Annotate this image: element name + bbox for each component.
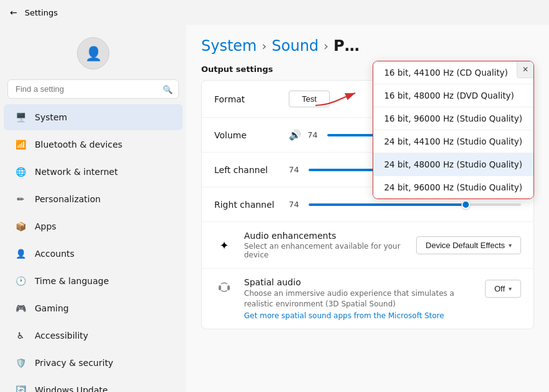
left-channel-label: Left channel: [214, 165, 289, 175]
test-button[interactable]: Test: [289, 91, 330, 107]
breadcrumb-sound: Sound: [272, 37, 319, 55]
sidebar-label-privacy: Privacy & security: [35, 358, 113, 368]
sidebar-label-gaming: Gaming: [35, 303, 69, 313]
popup-close-button[interactable]: ✕: [517, 61, 534, 78]
format-option-1[interactable]: 16 bit, 44100 Hz (CD Quality): [373, 61, 534, 84]
svg-rect-1: [227, 285, 230, 290]
format-option-2[interactable]: 16 bit, 48000 Hz (DVD Quality): [373, 84, 534, 107]
format-option-6[interactable]: 24 bit, 96000 Hz (Studio Quality): [373, 176, 534, 198]
enhancements-title: Audio enhancements: [244, 231, 416, 241]
right-thumb[interactable]: [461, 200, 470, 209]
sidebar-item-update[interactable]: 🔄 Windows Update: [4, 377, 183, 392]
system-icon: 🖥️: [14, 110, 27, 124]
sidebar-item-network[interactable]: 🌐 Network & internet: [4, 159, 183, 185]
format-dropdown-popup: ✕ 16 bit, 44100 Hz (CD Quality) 16 bit, …: [373, 61, 535, 199]
audio-enhancements-row: ✦ Audio enhancements Select an enhanceme…: [202, 222, 533, 269]
enhancements-selected: Device Default Effects: [425, 241, 505, 250]
right-channel-label: Right channel: [214, 200, 289, 210]
right-channel-slider[interactable]: [309, 203, 521, 206]
svg-rect-0: [219, 285, 221, 290]
enhancements-icon: ✦: [214, 235, 234, 255]
right-channel-controls: 74: [289, 200, 521, 209]
right-fill: [309, 203, 466, 206]
search-icon: 🔍: [163, 84, 173, 94]
bluetooth-icon: 📶: [14, 138, 27, 151]
enhancements-text: Audio enhancements Select an enhancement…: [244, 231, 416, 259]
app-body: 👤 🔍 🖥️ System 📶 Bluetooth & devices 🌐 Ne…: [0, 25, 549, 392]
sidebar-label-accounts: Accounts: [35, 249, 75, 259]
format-option-5[interactable]: 24 bit, 48000 Hz (Studio Quality): [373, 153, 534, 176]
format-option-3[interactable]: 16 bit, 96000 Hz (Studio Quality): [373, 107, 534, 130]
sidebar-label-apps: Apps: [35, 221, 57, 231]
sidebar-label-time: Time & language: [35, 276, 109, 286]
spatial-dropdown[interactable]: Off ▾: [485, 280, 521, 298]
sidebar-label-bluetooth: Bluetooth & devices: [35, 140, 122, 149]
sidebar-item-accounts[interactable]: 👤 Accounts: [4, 241, 183, 267]
title-bar: ← Settings: [0, 0, 549, 25]
spatial-text: Spatial audio Choose an immersive audio …: [244, 277, 485, 320]
search-input[interactable]: [7, 79, 179, 99]
spatial-desc: Choose an immersive audio experience tha…: [244, 288, 485, 310]
search-box: 🔍: [7, 79, 179, 99]
volume-icon: 🔊: [289, 129, 301, 141]
time-icon: 🕐: [14, 274, 27, 288]
sidebar-item-personalization[interactable]: ✏️ Personalization: [4, 186, 183, 212]
enhancements-desc: Select an enhancement available for your…: [244, 242, 416, 259]
breadcrumb-system: System: [201, 37, 257, 55]
spatial-title: Spatial audio: [244, 277, 485, 287]
left-channel-value: 74: [289, 165, 302, 174]
format-option-4[interactable]: 24 bit, 44100 Hz (Studio Quality): [373, 130, 534, 153]
sidebar-label-accessibility: Accessibility: [35, 331, 88, 341]
sidebar: 👤 🔍 🖥️ System 📶 Bluetooth & devices 🌐 Ne…: [0, 25, 186, 392]
personalization-icon: ✏️: [14, 192, 27, 206]
breadcrumb: System › Sound › P…: [201, 37, 534, 55]
accessibility-icon: ♿: [14, 329, 27, 342]
sidebar-item-system[interactable]: 🖥️ System: [4, 104, 183, 130]
enhancements-chevron: ▾: [509, 242, 512, 249]
sidebar-label-personalization: Personalization: [35, 194, 101, 204]
sidebar-item-bluetooth[interactable]: 📶 Bluetooth & devices: [4, 131, 183, 158]
avatar-section: 👤: [0, 30, 186, 79]
volume-label: Volume: [214, 130, 289, 140]
sidebar-label-network: Network & internet: [35, 167, 118, 177]
breadcrumb-sep2: ›: [324, 38, 329, 53]
enhancements-dropdown[interactable]: Device Default Effects ▾: [416, 236, 521, 254]
breadcrumb-sep1: ›: [262, 38, 267, 53]
sidebar-item-accessibility[interactable]: ♿ Accessibility: [4, 323, 183, 349]
update-icon: 🔄: [14, 383, 27, 392]
sidebar-item-time[interactable]: 🕐 Time & language: [4, 268, 183, 294]
accounts-icon: 👤: [14, 247, 27, 261]
apps-icon: 📦: [14, 220, 27, 233]
gaming-icon: 🎮: [14, 301, 27, 315]
sidebar-label-system: System: [35, 112, 67, 122]
sidebar-label-update: Windows Update: [35, 385, 108, 392]
privacy-icon: 🛡️: [14, 356, 27, 370]
sidebar-item-privacy[interactable]: 🛡️ Privacy & security: [4, 350, 183, 376]
spatial-link[interactable]: Get more spatial sound apps from the Mic…: [244, 311, 485, 320]
network-icon: 🌐: [14, 165, 27, 179]
right-channel-value: 74: [289, 200, 302, 209]
spatial-selected: Off: [494, 284, 505, 293]
breadcrumb-current: P…: [333, 37, 360, 55]
sidebar-item-apps[interactable]: 📦 Apps: [4, 213, 183, 239]
back-button[interactable]: ←: [10, 7, 17, 17]
spatial-chevron: ▾: [509, 285, 512, 292]
main-content: System › Sound › P… Output settings Form…: [186, 25, 549, 392]
volume-value: 74: [307, 130, 321, 140]
avatar: 👤: [77, 37, 109, 69]
sidebar-item-gaming[interactable]: 🎮 Gaming: [4, 295, 183, 321]
spatial-audio-row: Spatial audio Choose an immersive audio …: [202, 269, 533, 329]
window-title: Settings: [25, 8, 58, 17]
format-label: Format: [214, 94, 289, 104]
spatial-icon: [214, 277, 234, 297]
